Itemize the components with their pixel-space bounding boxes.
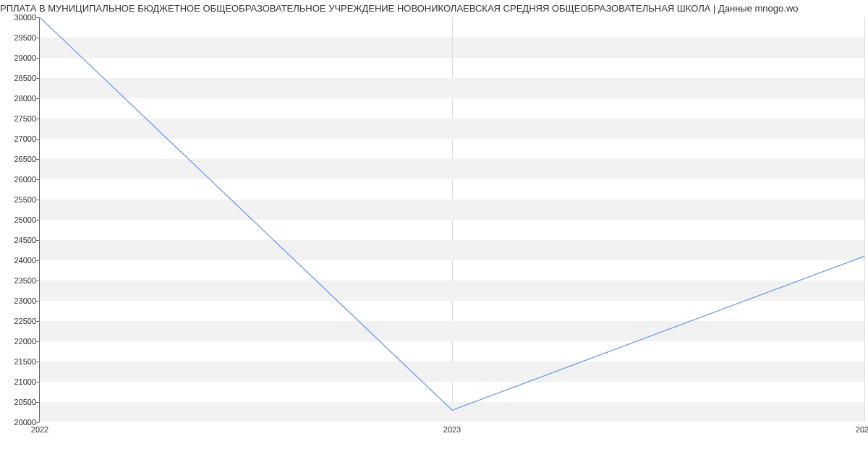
y-tick-mark	[36, 281, 39, 281]
x-tick-label: 2024	[856, 425, 868, 434]
y-tick-label: 23500	[4, 276, 36, 285]
y-tick-mark	[36, 341, 39, 342]
y-tick-label: 30000	[4, 13, 36, 22]
y-tick-mark	[36, 139, 39, 140]
y-tick-mark	[36, 321, 39, 322]
y-tick-label: 29000	[4, 54, 36, 62]
x-tick-label: 2022	[31, 425, 48, 434]
y-tick-mark	[36, 402, 39, 403]
y-tick-label: 21000	[4, 377, 36, 386]
y-tick-mark	[36, 240, 39, 241]
y-tick-mark	[36, 38, 39, 38]
y-tick-mark	[36, 220, 39, 221]
y-tick-mark	[36, 78, 39, 79]
y-tick-mark	[36, 301, 39, 302]
y-tick-label: 20500	[4, 398, 36, 406]
y-tick-label: 25500	[4, 195, 36, 204]
x-gridline	[864, 17, 865, 422]
y-tick-label: 22000	[4, 337, 36, 346]
y-tick-label: 29500	[4, 33, 36, 42]
x-tick-label: 2023	[443, 425, 461, 434]
y-tick-mark	[36, 422, 39, 423]
y-tick-label: 26500	[4, 155, 36, 163]
line-series	[40, 17, 864, 422]
y-tick-mark	[36, 362, 39, 362]
y-tick-mark	[36, 98, 39, 99]
y-tick-label: 21500	[4, 357, 36, 366]
y-tick-mark	[36, 119, 39, 119]
y-tick-label: 28500	[4, 74, 36, 82]
y-tick-label: 27000	[4, 134, 36, 143]
y-tick-label: 24500	[4, 236, 36, 244]
y-tick-mark	[36, 58, 39, 59]
y-tick-mark	[36, 17, 39, 18]
chart-title: РПЛАТА В МУНИЦИПАЛЬНОЕ БЮДЖЕТНОЕ ОБЩЕОБР…	[0, 3, 868, 14]
y-tick-label: 22500	[4, 317, 36, 325]
y-tick-mark	[36, 179, 39, 180]
y-tick-label: 27500	[4, 114, 36, 123]
y-tick-mark	[36, 260, 39, 261]
y-tick-label: 25000	[4, 215, 36, 224]
y-tick-label: 26000	[4, 175, 36, 184]
y-tick-mark	[36, 200, 39, 200]
y-tick-label: 24000	[4, 256, 36, 265]
plot-area	[40, 17, 864, 422]
chart-container: РПЛАТА В МУНИЦИПАЛЬНОЕ БЮДЖЕТНОЕ ОБЩЕОБР…	[0, 0, 868, 470]
y-tick-mark	[36, 159, 39, 160]
y-tick-label: 28000	[4, 94, 36, 103]
y-tick-label: 23000	[4, 296, 36, 305]
y-tick-mark	[36, 382, 39, 383]
